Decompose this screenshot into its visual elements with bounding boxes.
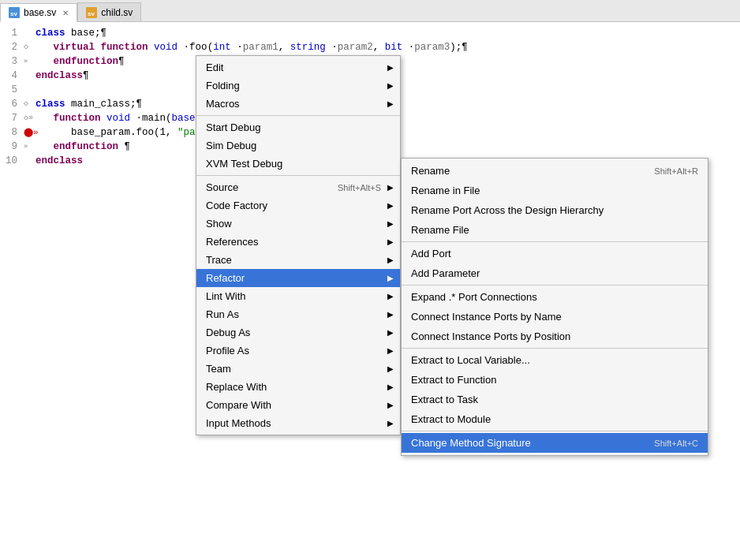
submenu-item-rename[interactable]: Rename Shift+Alt+R xyxy=(402,161,708,181)
submenu-item-rename-in-file[interactable]: Rename in File xyxy=(402,181,708,200)
menu-item-refactor-label: Refactor xyxy=(206,272,381,284)
menu-item-references[interactable]: References ▶ xyxy=(196,233,400,251)
submenu-refactor: Rename Shift+Alt+R Rename in File Rename… xyxy=(401,158,708,456)
submenu-item-extract-function-label: Extract to Function xyxy=(411,374,698,386)
tab-close-button[interactable]: ✕ xyxy=(62,9,69,17)
menu-item-compare-with-label: Compare With xyxy=(206,399,381,411)
submenu-item-add-port-label: Add Port xyxy=(411,248,698,259)
submenu-separator-2 xyxy=(402,285,708,286)
tab-bar: sv base.sv ✕ sv child.sv xyxy=(0,0,740,22)
menu-item-lint-with-arrow: ▶ xyxy=(387,292,394,301)
menu-item-start-debug-label: Start Debug xyxy=(206,121,394,133)
line-marker-3: » xyxy=(24,54,36,69)
menu-item-folding-arrow: ▶ xyxy=(387,81,394,90)
menu-item-edit-label: Edit xyxy=(206,62,381,73)
menu-item-compare-with[interactable]: Compare With ▶ xyxy=(196,396,400,414)
submenu-item-connect-by-position[interactable]: Connect Instance Ports by Position xyxy=(402,327,708,346)
svg-text:sv: sv xyxy=(88,10,95,17)
svg-text:sv: sv xyxy=(10,10,17,17)
line-number-8: 8 xyxy=(0,125,24,140)
menu-item-trace-arrow: ▶ xyxy=(387,256,394,264)
line-marker-1 xyxy=(24,26,36,40)
line-number-4: 4 xyxy=(0,69,24,83)
menu-item-debug-as-arrow: ▶ xyxy=(387,328,394,337)
menu-item-profile-as[interactable]: Profile As ▶ xyxy=(196,342,400,360)
menu-item-trace[interactable]: Trace ▶ xyxy=(196,251,400,269)
submenu-item-extract-local-label: Extract to Local Variable... xyxy=(411,354,698,366)
menu-item-sim-debug[interactable]: Sim Debug xyxy=(196,136,400,155)
submenu-item-extract-task[interactable]: Extract to Task xyxy=(402,390,708,409)
line-number-2: 2 xyxy=(0,40,24,54)
menu-item-refactor[interactable]: Refactor ▶ xyxy=(196,269,400,287)
menu-item-team-arrow: ▶ xyxy=(387,364,394,373)
submenu-item-expand-port-label: Expand .* Port Connections xyxy=(411,291,698,303)
line-number-5: 5 xyxy=(0,83,24,97)
submenu-item-rename-port[interactable]: Rename Port Across the Design Hierarchy xyxy=(402,200,708,220)
separator-1 xyxy=(196,115,400,116)
line-marker-7: ◇» xyxy=(24,111,36,125)
tab-label: base.sv xyxy=(24,7,56,18)
submenu-item-extract-module[interactable]: Extract to Module xyxy=(402,409,708,429)
menu-item-run-as-arrow: ▶ xyxy=(387,310,394,319)
tab-base-sv[interactable]: sv base.sv ✕ xyxy=(0,3,77,22)
menu-item-lint-with-label: Lint With xyxy=(206,290,381,302)
menu-item-compare-with-arrow: ▶ xyxy=(387,401,394,409)
tab-child-sv[interactable]: sv child.sv xyxy=(77,2,141,21)
menu-item-start-debug[interactable]: Start Debug xyxy=(196,118,400,136)
tab-label-2: child.sv xyxy=(101,7,133,18)
submenu-item-rename-in-file-label: Rename in File xyxy=(411,185,698,196)
submenu-item-extract-local[interactable]: Extract to Local Variable... xyxy=(402,350,708,370)
submenu-item-change-method-shortcut: Shift+Alt+C xyxy=(654,439,698,448)
submenu-item-rename-file-label: Rename File xyxy=(411,224,698,236)
code-line-1: 1 class base;¶ xyxy=(0,26,740,40)
line-marker-6: ◇ xyxy=(24,97,36,111)
menu-item-replace-with-arrow: ▶ xyxy=(387,383,394,391)
submenu-separator-3 xyxy=(402,348,708,349)
submenu-item-add-parameter[interactable]: Add Parameter xyxy=(402,263,708,283)
menu-item-debug-as[interactable]: Debug As ▶ xyxy=(196,323,400,342)
menu-item-replace-with[interactable]: Replace With ▶ xyxy=(196,378,400,396)
submenu-item-connect-by-name[interactable]: Connect Instance Ports by Name xyxy=(402,307,708,327)
menu-item-macros[interactable]: Macros ▶ xyxy=(196,95,400,113)
submenu-item-change-method[interactable]: Change Method Signature Shift+Alt+C xyxy=(402,433,708,453)
menu-item-folding[interactable]: Folding ▶ xyxy=(196,77,400,95)
menu-item-team[interactable]: Team ▶ xyxy=(196,360,400,378)
separator-2 xyxy=(196,175,400,176)
menu-item-input-methods-arrow: ▶ xyxy=(387,419,394,427)
line-marker-10 xyxy=(24,154,36,168)
menu-item-edit[interactable]: Edit ▶ xyxy=(196,58,400,77)
menu-item-macros-label: Macros xyxy=(206,98,381,110)
menu-item-references-arrow: ▶ xyxy=(387,237,394,246)
submenu-item-add-port[interactable]: Add Port xyxy=(402,244,708,263)
line-marker-5 xyxy=(24,83,36,97)
menu-item-refactor-arrow: ▶ xyxy=(387,274,394,282)
submenu-item-extract-function[interactable]: Extract to Function xyxy=(402,370,708,390)
menu-item-show[interactable]: Show ▶ xyxy=(196,215,400,233)
menu-item-input-methods[interactable]: Input Methods ▶ xyxy=(196,414,400,432)
menu-item-debug-as-label: Debug As xyxy=(206,327,381,338)
line-number-6: 6 xyxy=(0,97,24,111)
submenu-item-expand-port[interactable]: Expand .* Port Connections xyxy=(402,287,708,307)
submenu-item-connect-by-name-label: Connect Instance Ports by Name xyxy=(411,311,698,323)
menu-item-edit-arrow: ▶ xyxy=(387,63,394,72)
menu-item-replace-with-label: Replace With xyxy=(206,381,381,393)
menu-item-lint-with[interactable]: Lint With ▶ xyxy=(196,287,400,305)
menu-item-source-label: Source xyxy=(206,181,322,193)
submenu-item-change-method-label: Change Method Signature xyxy=(411,437,638,449)
submenu-item-rename-port-label: Rename Port Across the Design Hierarchy xyxy=(411,204,698,216)
menu-item-source[interactable]: Source Shift+Alt+S ▶ xyxy=(196,178,400,196)
menu-item-run-as-label: Run As xyxy=(206,308,381,320)
menu-item-run-as[interactable]: Run As ▶ xyxy=(196,305,400,323)
menu-item-show-label: Show xyxy=(206,218,381,230)
menu-item-xvm-test-debug[interactable]: XVM Test Debug xyxy=(196,155,400,173)
line-marker-4 xyxy=(24,69,36,83)
menu-item-code-factory[interactable]: Code Factory ▶ xyxy=(196,196,400,215)
line-marker-2: ◇ xyxy=(24,40,36,54)
line-content-2: virtual function void ·foo(int ·param1, … xyxy=(36,40,740,54)
line-number-10: 10 xyxy=(0,154,24,168)
submenu-item-connect-by-position-label: Connect Instance Ports by Position xyxy=(411,330,698,342)
submenu-item-rename-file[interactable]: Rename File xyxy=(402,220,708,240)
menu-item-source-arrow: ▶ xyxy=(387,183,394,192)
submenu-item-rename-label: Rename xyxy=(411,165,638,177)
submenu-item-add-parameter-label: Add Parameter xyxy=(411,267,698,279)
